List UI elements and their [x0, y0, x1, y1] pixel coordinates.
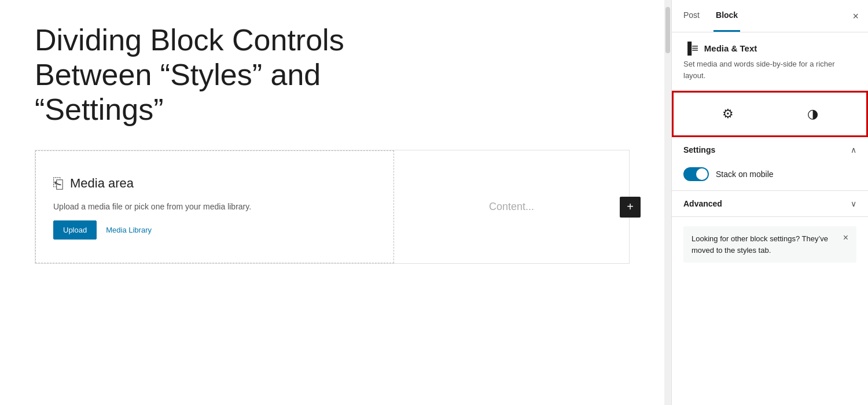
post-title: Dividing Block Controls Between “Styles”…: [35, 23, 440, 127]
close-button[interactable]: ×: [852, 11, 859, 21]
media-text-block: ⎗ Media area Upload a media file or pick…: [35, 150, 630, 264]
advanced-section-title: Advanced: [683, 199, 722, 208]
block-type-icon: ▐≡: [683, 42, 698, 55]
content-area[interactable]: Content...: [394, 150, 629, 263]
media-library-button[interactable]: Media Library: [106, 226, 152, 234]
media-area-title: Media area: [70, 176, 134, 191]
stack-on-mobile-label: Stack on mobile: [716, 170, 774, 179]
media-area: ⎗ Media area Upload a media file or pick…: [35, 150, 394, 263]
advanced-section: Advanced ∨: [672, 191, 868, 217]
settings-chevron-icon: ∧: [851, 145, 856, 154]
tab-block[interactable]: Block: [713, 0, 740, 32]
stack-on-mobile-row: Stack on mobile: [683, 167, 856, 181]
block-description: Set media and words side-by-side for a r…: [683, 58, 856, 81]
notification-box: Looking for other block settings? They’v…: [683, 226, 856, 263]
media-buttons: Upload Media Library: [53, 220, 376, 240]
upload-button[interactable]: Upload: [53, 220, 97, 240]
media-area-description: Upload a media file or pick one from you…: [53, 202, 273, 211]
tab-post[interactable]: Post: [681, 0, 702, 32]
block-title: Media & Text: [704, 43, 757, 53]
settings-section-title: Settings: [683, 145, 715, 154]
content-placeholder: Content...: [489, 201, 534, 213]
stack-on-mobile-toggle[interactable]: [683, 167, 709, 181]
advanced-chevron-icon: ∨: [851, 199, 856, 208]
media-area-icon: ⎗: [53, 174, 63, 193]
settings-section-header[interactable]: Settings ∧: [672, 137, 868, 163]
block-info: ▐≡ Media & Text Set media and words side…: [672, 32, 868, 91]
add-block-button[interactable]: +: [620, 197, 641, 218]
settings-tab-icon-button[interactable]: ⚙: [711, 102, 745, 126]
advanced-section-header[interactable]: Advanced ∨: [672, 191, 868, 216]
sidebar: Post Block × ▐≡ Media & Text Set media a…: [671, 0, 868, 405]
settings-section: Settings ∧ Stack on mobile: [672, 137, 868, 191]
notification-text: Looking for other block settings? They’v…: [692, 233, 837, 256]
scrollbar-thumb[interactable]: [665, 7, 670, 53]
sidebar-tabs: Post Block ×: [672, 0, 868, 32]
styles-tab-icon-button[interactable]: ◑: [796, 102, 830, 126]
settings-section-content: Stack on mobile: [672, 163, 868, 190]
block-info-header: ▐≡ Media & Text: [683, 42, 856, 55]
block-tab-icons-row: ⚙ ◑: [672, 91, 868, 137]
media-area-header: ⎗ Media area: [53, 174, 376, 193]
main-content: Dividing Block Controls Between “Styles”…: [0, 0, 664, 405]
scrollbar-track: [664, 0, 671, 405]
notification-close-button[interactable]: ×: [843, 233, 848, 242]
